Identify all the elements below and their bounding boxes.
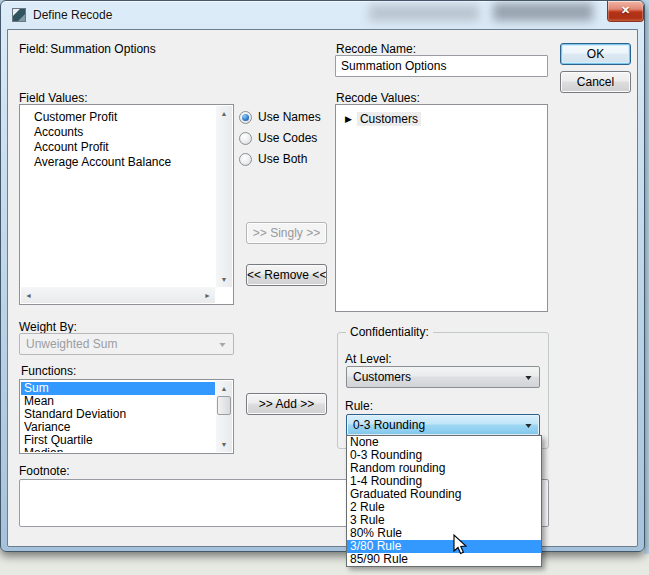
functions-label: Functions: [21, 364, 76, 378]
function-item[interactable]: Median [21, 447, 215, 452]
radio-button-icon [239, 153, 252, 166]
rule-option[interactable]: 85/90 Rule [347, 553, 541, 566]
scroll-left-icon[interactable]: ◄ [21, 287, 36, 303]
title-bar[interactable]: Define Recode ✕ [1, 1, 644, 29]
use-options-group: Use NamesUse CodesUse Both [239, 109, 321, 172]
field-value-item[interactable]: Accounts [21, 125, 215, 140]
footnote-label: Footnote: [19, 464, 70, 478]
recode-name-input[interactable]: Summation Options [335, 55, 548, 77]
weight-by-combobox[interactable]: Unweighted Sum ▼ [19, 333, 234, 355]
rule-combobox[interactable]: 0-3 Rounding ▼ [346, 414, 540, 436]
field-values-vertical-scrollbar[interactable]: ▲ ▼ [216, 106, 232, 287]
field-values-list-items: Customer ProfitAccountsAccount ProfitAve… [21, 106, 215, 170]
field-values-horizontal-scrollbar[interactable]: ◄ ► [21, 287, 215, 303]
scroll-down-icon[interactable]: ▼ [216, 437, 232, 452]
rule-value: 0-3 Rounding [353, 418, 425, 432]
remove-button[interactable]: << Remove << [246, 264, 327, 286]
window-title: Define Recode [33, 8, 112, 22]
scroll-up-icon[interactable]: ▲ [216, 381, 232, 396]
field-summary: Field:Summation Options [19, 42, 156, 56]
rule-label: Rule: [345, 399, 373, 413]
radio-use-both[interactable]: Use Both [239, 151, 321, 167]
scroll-up-icon[interactable]: ▲ [216, 106, 232, 121]
radio-use-codes[interactable]: Use Codes [239, 130, 321, 146]
titlebar-glass-reflection [493, 3, 593, 21]
recode-value-item[interactable]: ▶Customers [345, 111, 547, 127]
tree-expand-icon[interactable]: ▶ [345, 114, 352, 124]
recode-values-listbox[interactable]: ▶Customers [335, 104, 548, 312]
define-recode-dialog: Define Recode ✕ Field:Summation Options … [0, 0, 645, 552]
recode-value-label: Customers [357, 112, 421, 126]
field-values-listbox[interactable]: Customer ProfitAccountsAccount ProfitAve… [19, 104, 234, 305]
field-values-label: Field Values: [19, 91, 87, 105]
ok-button[interactable]: OK [560, 43, 631, 65]
at-level-label: At Level: [345, 352, 392, 366]
radio-button-icon [239, 132, 252, 145]
field-value-item[interactable]: Account Profit [21, 140, 215, 155]
functions-listbox[interactable]: SumMeanStandard DeviationVarianceFirst Q… [19, 379, 234, 454]
scroll-down-icon[interactable]: ▼ [216, 272, 232, 287]
radio-button-icon [239, 111, 252, 124]
field-value-item[interactable]: Average Account Balance [21, 155, 215, 170]
recode-name-label: Recode Name: [336, 42, 416, 56]
recode-values-label: Recode Values: [336, 91, 420, 105]
scrollbar-thumb[interactable] [217, 396, 231, 415]
add-button[interactable]: >> Add >> [246, 393, 327, 415]
titlebar-glass-reflection [369, 5, 479, 21]
chevron-down-icon: ▼ [523, 367, 533, 388]
at-level-combobox[interactable]: Customers ▼ [346, 366, 540, 388]
dialog-client-area: Field:Summation Options Recode Name: Sum… [7, 29, 638, 547]
mouse-cursor [453, 534, 469, 560]
confidentiality-label: Confidentiality: [346, 325, 433, 339]
app-icon [12, 8, 26, 22]
close-button[interactable]: ✕ [607, 1, 644, 22]
field-label: Field: [19, 42, 48, 56]
radio-label: Use Codes [258, 131, 317, 145]
functions-list-items: SumMeanStandard DeviationVarianceFirst Q… [21, 381, 215, 452]
singly-button[interactable]: >> Singly >> [246, 222, 327, 244]
radio-label: Use Names [258, 110, 321, 124]
at-level-value: Customers [353, 370, 411, 384]
close-icon: ✕ [621, 4, 630, 16]
scroll-right-icon[interactable]: ► [200, 287, 215, 303]
field-value-item[interactable]: Customer Profit [21, 110, 215, 125]
cancel-button[interactable]: Cancel [560, 71, 631, 93]
radio-label: Use Both [258, 152, 307, 166]
recode-values-list-items: ▶Customers [336, 111, 547, 127]
field-value: Summation Options [50, 42, 155, 56]
weight-by-value: Unweighted Sum [26, 337, 117, 351]
radio-use-names[interactable]: Use Names [239, 109, 321, 125]
chevron-down-icon: ▼ [523, 415, 533, 436]
screen: Define Recode ✕ Field:Summation Options … [0, 0, 649, 575]
chevron-down-icon: ▼ [217, 334, 227, 355]
functions-vertical-scrollbar[interactable]: ▲ ▼ [216, 381, 232, 452]
rule-dropdown-list[interactable]: None0-3 RoundingRandom rounding1-4 Round… [346, 435, 542, 567]
weight-by-label: Weight By: [19, 320, 77, 334]
